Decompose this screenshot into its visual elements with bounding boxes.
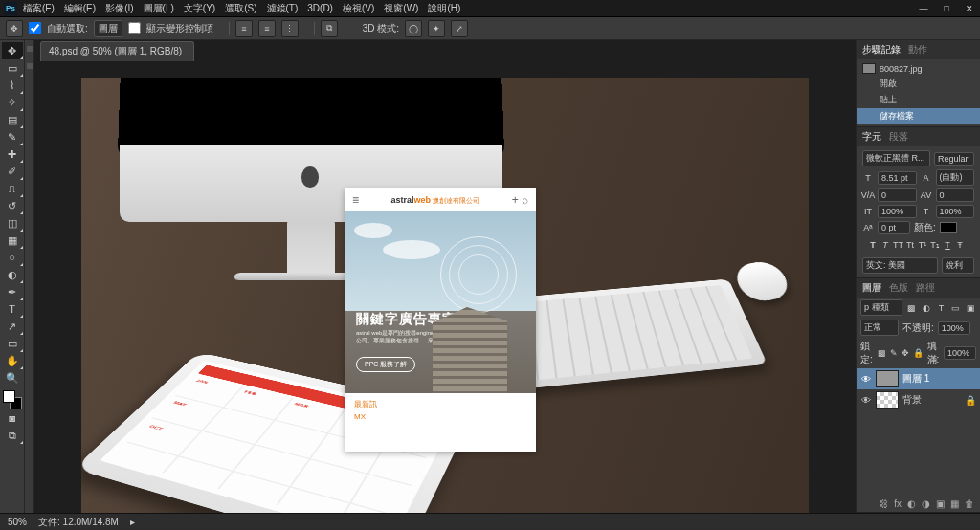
group-button[interactable]: ▣ <box>936 498 945 509</box>
layer-name[interactable]: 圖層 1 <box>902 372 929 386</box>
menu-edit[interactable]: 編輯(E) <box>64 2 96 15</box>
pen-tool[interactable]: ✒ <box>2 283 23 300</box>
superscript-button[interactable]: T¹ <box>918 240 927 252</box>
history-step[interactable]: 貼上 <box>857 92 980 108</box>
window-close-button[interactable]: ✕ <box>963 4 976 13</box>
lock-all-icon[interactable]: 🔒 <box>913 347 924 359</box>
canvas[interactable]: JAN FEB MAR MAY OCT ≡ astralweb澳創達有限公司 <box>81 78 809 513</box>
lasso-tool[interactable]: ⌇ <box>2 77 23 94</box>
filter-adjust-icon[interactable]: ◐ <box>921 302 931 314</box>
move-tool[interactable]: ✥ <box>2 42 23 59</box>
eraser-tool[interactable]: ◫ <box>2 214 23 232</box>
menu-view[interactable]: 檢視(V) <box>343 2 374 15</box>
allcaps-button[interactable]: TT <box>893 240 902 252</box>
lock-transparent-icon[interactable]: ▩ <box>878 347 886 359</box>
document-tab[interactable]: 48.psd @ 50% (圖層 1, RGB/8) <box>40 41 194 61</box>
menu-window[interactable]: 視窗(W) <box>384 2 418 15</box>
tab-actions[interactable]: 動作 <box>908 43 927 56</box>
collapsed-panel-strip[interactable] <box>25 40 34 513</box>
tab-paragraph[interactable]: 段落 <box>889 130 908 144</box>
crop-tool[interactable]: ▤ <box>2 111 23 128</box>
italic-button[interactable]: T <box>880 240 890 252</box>
leading-field[interactable]: (自動) <box>936 169 975 186</box>
lock-move-icon[interactable]: ✥ <box>902 347 909 359</box>
adjustment-layer-button[interactable]: ◑ <box>922 498 930 509</box>
show-transform-checkbox[interactable] <box>128 22 141 34</box>
menu-3d[interactable]: 3D(D) <box>307 3 333 13</box>
tab-history[interactable]: 步驟記錄 <box>862 43 901 56</box>
text-color-swatch[interactable] <box>940 222 957 233</box>
filter-shape-icon[interactable]: ▭ <box>950 302 961 314</box>
align-icon[interactable]: ≡ <box>235 20 253 37</box>
tab-layers[interactable]: 圖層 <box>862 281 881 295</box>
gradient-tool[interactable]: ▦ <box>2 232 23 249</box>
mode-3d-icon3[interactable]: ⤢ <box>451 20 468 37</box>
history-source[interactable]: 800827.jpg <box>857 61 980 76</box>
wand-tool[interactable]: ✧ <box>2 94 23 111</box>
doc-info[interactable]: 文件: 12.0M/14.8M <box>38 516 119 529</box>
path-tool[interactable]: ↗ <box>2 318 23 335</box>
blend-mode-field[interactable]: 正常 <box>860 320 899 336</box>
smallcaps-button[interactable]: Tt <box>905 240 915 252</box>
delete-layer-button[interactable]: 🗑 <box>965 498 974 509</box>
bold-button[interactable]: T <box>868 240 878 252</box>
tab-channels[interactable]: 色版 <box>889 281 908 295</box>
marquee-tool[interactable]: ▭ <box>2 59 23 77</box>
auto-select-checkbox[interactable] <box>29 22 41 34</box>
layer-kind-filter[interactable]: p 種類 <box>860 299 902 316</box>
heal-tool[interactable]: ✚ <box>2 145 23 163</box>
link-layers-button[interactable]: ⛓ <box>879 498 888 509</box>
hscale-field[interactable]: 100% <box>936 205 975 218</box>
strike-button[interactable]: Ŧ <box>955 240 965 252</box>
opacity-field[interactable]: 100% <box>938 321 970 335</box>
layer-row[interactable]: 👁 圖層 1 <box>857 368 980 389</box>
subscript-button[interactable]: T₁ <box>930 240 940 252</box>
menu-filter[interactable]: 濾鏡(T) <box>267 2 299 15</box>
mode-3d-icon1[interactable]: ◯ <box>405 20 422 37</box>
visibility-toggle[interactable]: 👁 <box>860 395 872 406</box>
collapsed-panel-icon[interactable] <box>27 63 33 69</box>
baseline-field[interactable]: 0 pt <box>878 221 910 234</box>
menu-image[interactable]: 影像(I) <box>105 2 133 15</box>
stamp-tool[interactable]: ⎍ <box>2 180 23 197</box>
blur-tool[interactable]: ○ <box>2 249 23 266</box>
layer-mask-button[interactable]: ◐ <box>907 498 916 509</box>
history-brush-tool[interactable]: ↺ <box>2 197 23 214</box>
collapsed-panel-icon[interactable] <box>27 46 33 52</box>
brush-tool[interactable]: ✐ <box>2 163 23 180</box>
quickmask-toggle[interactable]: ◙ <box>2 409 23 427</box>
zoom-level[interactable]: 50% <box>8 517 27 527</box>
hand-tool[interactable]: ✋ <box>2 352 23 369</box>
font-family-field[interactable]: 微軟正黑體 R... <box>862 150 930 166</box>
move-tool-icon[interactable]: ✥ <box>6 20 23 37</box>
menu-layer[interactable]: 圖層(L) <box>144 2 174 15</box>
layer-name[interactable]: 背景 <box>902 393 922 407</box>
history-step[interactable]: 開啟 <box>857 76 980 92</box>
menu-file[interactable]: 檔案(F) <box>23 2 55 15</box>
layer-row[interactable]: 👁 背景 🔒 <box>857 389 980 410</box>
screenmode-toggle[interactable]: ⧉ <box>2 427 23 444</box>
tracking-field[interactable]: 0 <box>936 188 975 202</box>
language-field[interactable]: 英文: 美國 <box>862 257 938 274</box>
menu-type[interactable]: 文字(Y) <box>184 2 215 15</box>
vscale-field[interactable]: 100% <box>878 205 917 218</box>
zoom-tool[interactable]: 🔍 <box>2 369 23 386</box>
filter-type-icon[interactable]: T <box>936 302 947 314</box>
shape-tool[interactable]: ▭ <box>2 335 23 352</box>
layer-style-button[interactable]: fx <box>894 498 902 509</box>
dodge-tool[interactable]: ◐ <box>2 266 23 283</box>
antialias-field[interactable]: 銳利 <box>942 257 974 274</box>
arrange-icon[interactable]: ⧉ <box>321 20 338 37</box>
tab-paths[interactable]: 路徑 <box>916 281 935 295</box>
tab-character[interactable]: 字元 <box>862 130 881 144</box>
kerning-field[interactable]: 0 <box>878 188 917 202</box>
font-weight-field[interactable]: Regular <box>934 152 974 166</box>
type-tool[interactable]: T <box>2 300 23 318</box>
doc-info-chevron-icon[interactable]: ▸ <box>130 517 135 527</box>
menu-select[interactable]: 選取(S) <box>225 2 256 15</box>
font-size-field[interactable]: 8.51 pt <box>878 171 917 185</box>
filter-smart-icon[interactable]: ▣ <box>966 302 976 314</box>
visibility-toggle[interactable]: 👁 <box>860 374 872 385</box>
filter-image-icon[interactable]: ▩ <box>906 302 917 314</box>
fill-field[interactable]: 100% <box>944 346 976 360</box>
